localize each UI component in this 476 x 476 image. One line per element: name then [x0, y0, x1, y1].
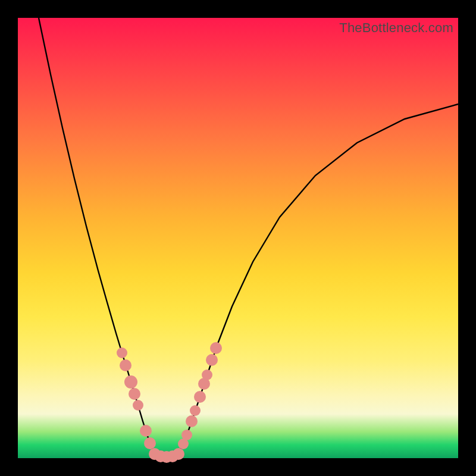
data-marker — [144, 437, 156, 449]
data-marker — [202, 369, 212, 380]
data-marker — [124, 375, 137, 389]
outer-frame: TheBottleneck.com — [0, 0, 476, 476]
curve-markers — [117, 342, 222, 463]
data-marker — [181, 430, 192, 440]
data-marker — [186, 415, 198, 427]
data-marker — [190, 405, 201, 416]
data-marker — [120, 359, 131, 371]
data-marker — [133, 400, 143, 411]
data-marker — [140, 425, 152, 437]
data-marker — [173, 448, 184, 460]
data-marker — [129, 388, 140, 400]
data-marker — [206, 354, 218, 366]
data-marker — [194, 391, 206, 403]
plot-area: TheBottleneck.com — [18, 18, 458, 458]
bottleneck-curve — [39, 18, 458, 457]
data-marker — [117, 347, 127, 358]
data-marker — [210, 342, 222, 354]
chart-svg — [18, 18, 458, 458]
